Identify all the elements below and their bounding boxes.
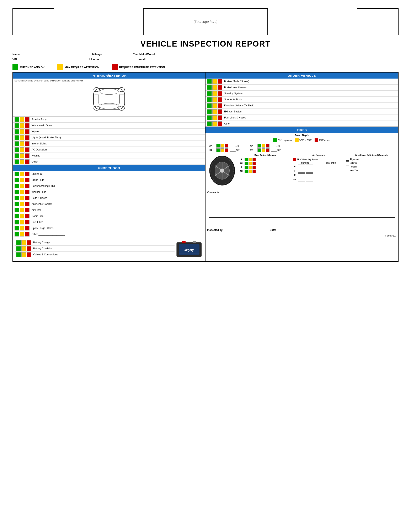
- green-box[interactable]: [15, 220, 19, 224]
- wear-lr-green[interactable]: [245, 166, 248, 169]
- rf-red[interactable]: [266, 144, 269, 148]
- green-box[interactable]: [15, 153, 19, 158]
- green-box[interactable]: [207, 85, 212, 90]
- red-box[interactable]: [25, 135, 29, 140]
- red-box[interactable]: [218, 85, 222, 90]
- green-box[interactable]: [15, 226, 19, 230]
- year-make-model-input[interactable]: [156, 52, 223, 55]
- red-box[interactable]: [25, 159, 29, 164]
- green-box[interactable]: [15, 141, 19, 146]
- ap-rf-before[interactable]: [298, 169, 305, 173]
- red-box[interactable]: [25, 196, 29, 200]
- red-box[interactable]: [25, 123, 29, 128]
- lf-yellow[interactable]: [220, 144, 224, 148]
- ap-rf-oem[interactable]: [306, 169, 313, 173]
- yellow-box[interactable]: [20, 153, 24, 158]
- wear-rf-red[interactable]: [252, 162, 256, 165]
- mileage-input[interactable]: [104, 52, 129, 55]
- license-input[interactable]: [101, 57, 134, 60]
- green-box[interactable]: [15, 196, 19, 200]
- yellow-box[interactable]: [20, 178, 24, 182]
- red-box[interactable]: [25, 172, 29, 176]
- yellow-box[interactable]: [212, 85, 217, 90]
- red-box[interactable]: [27, 240, 31, 245]
- green-box[interactable]: [15, 214, 19, 218]
- wear-lr-yellow[interactable]: [249, 166, 252, 169]
- comment-extra-line-1[interactable]: [209, 196, 395, 199]
- ap-rr-oem[interactable]: [306, 178, 313, 181]
- red-box[interactable]: [25, 141, 29, 146]
- yellow-box[interactable]: [20, 208, 24, 212]
- green-box[interactable]: [15, 208, 19, 212]
- green-box[interactable]: [207, 103, 212, 108]
- yellow-box[interactable]: [20, 226, 24, 230]
- green-box[interactable]: [15, 172, 19, 176]
- yellow-box[interactable]: [212, 121, 217, 126]
- wear-rr-yellow[interactable]: [249, 170, 252, 173]
- red-box[interactable]: [25, 147, 29, 152]
- green-box[interactable]: [15, 135, 19, 140]
- yellow-box[interactable]: [20, 147, 24, 152]
- ap-lf-oem[interactable]: [306, 165, 313, 168]
- vin-input[interactable]: [19, 57, 85, 60]
- green-box[interactable]: [15, 123, 19, 128]
- green-box[interactable]: [207, 79, 212, 84]
- comment-extra-line-3[interactable]: [209, 209, 395, 211]
- wear-lf-red[interactable]: [252, 158, 256, 161]
- yellow-box[interactable]: [20, 190, 24, 194]
- comment-extra-line-2[interactable]: [209, 202, 395, 205]
- yellow-box[interactable]: [212, 97, 217, 102]
- yellow-box[interactable]: [20, 196, 24, 200]
- ap-lr-oem[interactable]: [306, 173, 313, 177]
- ap-lr-before[interactable]: [298, 173, 305, 177]
- red-box[interactable]: [25, 220, 29, 224]
- green-box[interactable]: [15, 190, 19, 194]
- yellow-box[interactable]: [20, 129, 24, 134]
- wear-lr-red[interactable]: [252, 166, 256, 169]
- rr-red[interactable]: [266, 148, 269, 152]
- date-input[interactable]: [277, 228, 310, 231]
- green-box[interactable]: [207, 121, 212, 126]
- yellow-box[interactable]: [20, 232, 24, 237]
- red-box[interactable]: [25, 214, 29, 218]
- red-box[interactable]: [25, 129, 29, 134]
- rr-yellow[interactable]: [262, 148, 265, 152]
- lr-yellow[interactable]: [220, 148, 224, 152]
- red-box[interactable]: [218, 91, 222, 96]
- yellow-box[interactable]: [21, 240, 26, 245]
- red-box[interactable]: [25, 178, 29, 182]
- red-box[interactable]: [218, 103, 222, 108]
- green-box[interactable]: [207, 91, 212, 96]
- wear-rf-yellow[interactable]: [249, 162, 252, 165]
- rf-green[interactable]: [258, 144, 261, 148]
- green-box[interactable]: [15, 147, 19, 152]
- wear-lf-green[interactable]: [245, 158, 248, 161]
- yellow-box[interactable]: [212, 103, 217, 108]
- comments-input-line[interactable]: [221, 190, 396, 193]
- yellow-box[interactable]: [20, 123, 24, 128]
- name-input[interactable]: [22, 52, 88, 55]
- ap-lf-before[interactable]: [298, 165, 305, 168]
- wear-lf-yellow[interactable]: [249, 158, 252, 161]
- green-box[interactable]: [207, 115, 212, 120]
- red-box[interactable]: [25, 202, 29, 206]
- yellow-box[interactable]: [21, 252, 26, 257]
- green-box[interactable]: [15, 232, 19, 237]
- red-box[interactable]: [27, 246, 31, 251]
- yellow-box[interactable]: [212, 79, 217, 84]
- alignment-checkbox[interactable]: [346, 158, 349, 161]
- yellow-box[interactable]: [21, 246, 26, 251]
- green-box[interactable]: [207, 97, 212, 102]
- inspected-by-input[interactable]: [224, 228, 266, 231]
- green-box[interactable]: [16, 252, 21, 257]
- red-box[interactable]: [25, 208, 29, 212]
- lf-green[interactable]: [216, 144, 220, 148]
- lr-red[interactable]: [225, 148, 228, 152]
- yellow-box[interactable]: [20, 202, 24, 206]
- red-box[interactable]: [25, 117, 29, 122]
- red-box[interactable]: [27, 252, 31, 257]
- lr-green[interactable]: [216, 148, 220, 152]
- red-box[interactable]: [25, 232, 29, 237]
- rotation-checkbox[interactable]: [346, 165, 349, 168]
- green-box[interactable]: [15, 159, 19, 164]
